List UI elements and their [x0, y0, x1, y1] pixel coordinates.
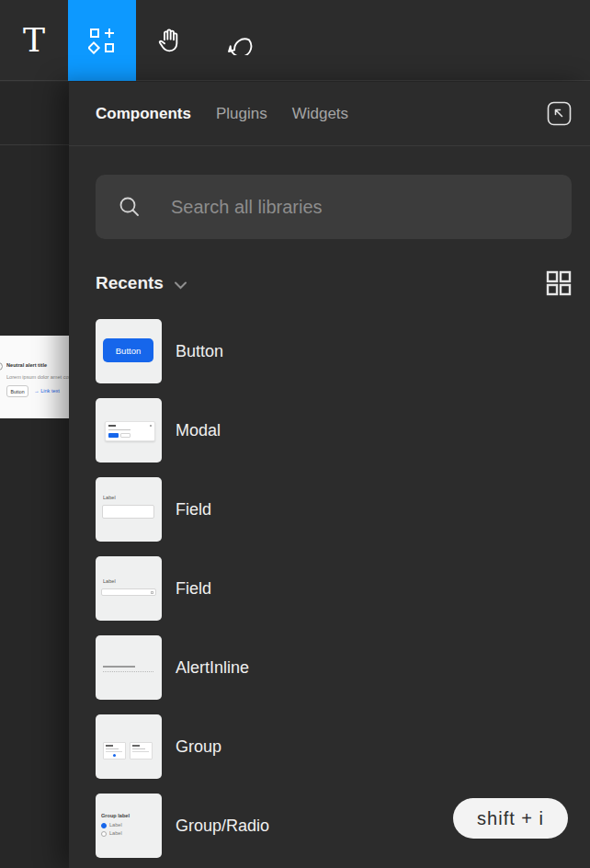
group-card-2 [130, 742, 153, 760]
field-input-box [101, 588, 156, 596]
canvas-alert-card: Neutral alert title Lorem ipsum dolor am… [0, 336, 69, 418]
modal-close-dot [150, 425, 152, 427]
list-item-group[interactable]: Group label Group [69, 714, 590, 794]
list-item-field-2[interactable]: Label Field [69, 556, 590, 635]
canvas-background: Neutral alert title Lorem ipsum dolor am… [0, 82, 69, 868]
modal-title-line [108, 425, 116, 427]
alert-button: Button [6, 385, 28, 397]
list-item-field-1[interactable]: Label Field [69, 477, 590, 556]
component-name: Button [176, 319, 223, 383]
search-input[interactable] [169, 196, 550, 219]
component-name: Group/Radio [176, 794, 269, 858]
comment-tool-button[interactable] [204, 0, 272, 81]
thumbnail-group[interactable]: Group label [96, 714, 162, 779]
assets-tool-button[interactable] [68, 0, 136, 81]
grid-view-icon[interactable] [546, 270, 572, 296]
tab-widgets[interactable]: Widgets [292, 105, 348, 123]
thumbnail-group-radio[interactable]: Group label Label Label [96, 794, 162, 858]
canvas-frame-edge [0, 144, 69, 145]
tab-components[interactable]: Components [96, 105, 191, 123]
keyboard-shortcut-badge: shift + i [453, 798, 568, 839]
alert-text-line-2 [103, 671, 153, 672]
component-name: Field [176, 556, 211, 621]
text-tool-icon: T [23, 24, 45, 57]
components-icon [88, 27, 116, 54]
alert-title: Neutral alert title [6, 362, 47, 368]
thumbnail-alertinline[interactable] [96, 635, 162, 700]
search-icon [118, 195, 142, 219]
thumb-button-preview: Button [103, 338, 153, 362]
modal-primary-button [108, 433, 119, 438]
alert-info-icon [0, 362, 3, 371]
thumbnail-modal[interactable] [96, 398, 162, 463]
group-card-blue-dot [113, 754, 116, 757]
modal-secondary-button [120, 433, 130, 438]
recents-list: Button Button Modal L [69, 319, 590, 868]
components-panel: Components Plugins Widgets Recents [69, 82, 590, 868]
list-item-button[interactable]: Button Button [69, 319, 590, 398]
thumbnail-field-1[interactable]: Label [96, 477, 162, 542]
chevron-down-icon[interactable] [174, 280, 187, 290]
radio-option-label: Label [109, 830, 122, 836]
radio-unselected [101, 831, 107, 837]
component-name: Modal [176, 398, 221, 463]
thumbnail-button[interactable]: Button [96, 319, 162, 383]
hand-tool-button[interactable] [136, 0, 204, 81]
thumbnail-field-2[interactable]: Label [96, 556, 162, 621]
radio-option-label: Label [109, 822, 122, 828]
panel-tabs: Components Plugins Widgets [96, 105, 348, 123]
text-tool-button[interactable]: T [0, 0, 68, 81]
modal-body-line [108, 429, 130, 430]
alert-link: → Link text [34, 388, 60, 394]
panel-header: Components Plugins Widgets [69, 82, 590, 146]
list-item-modal[interactable]: Modal [69, 398, 590, 477]
component-name: Group [176, 714, 221, 779]
alert-text-line-1 [103, 666, 135, 668]
alert-body-text: Lorem ipsum dolor amet conse [6, 374, 69, 380]
field-input-adornment [151, 591, 153, 594]
hand-icon [155, 26, 185, 55]
list-item-alertinline[interactable]: AlertInline [69, 635, 590, 714]
component-name: AlertInline [176, 635, 249, 700]
radio-selected [101, 823, 107, 828]
toolbar: T [0, 0, 590, 81]
thumb-modal-preview [105, 421, 155, 441]
field-input-box [102, 505, 154, 519]
group-label: Group label [103, 734, 130, 739]
search-bar[interactable] [96, 175, 572, 239]
recents-title[interactable]: Recents [96, 273, 164, 293]
field-label: Label [103, 495, 116, 500]
group-card-1 [103, 742, 126, 760]
field-label: Label [103, 578, 116, 584]
figma-app-window: T Neutral alert title Lorem ip [0, 0, 590, 868]
component-name: Field [176, 477, 211, 542]
tab-plugins[interactable]: Plugins [216, 105, 267, 123]
comment-icon [223, 26, 253, 55]
pop-out-arrow-icon[interactable] [547, 101, 572, 126]
recents-header: Recents [96, 267, 572, 300]
radio-group-label: Group label [101, 813, 130, 818]
